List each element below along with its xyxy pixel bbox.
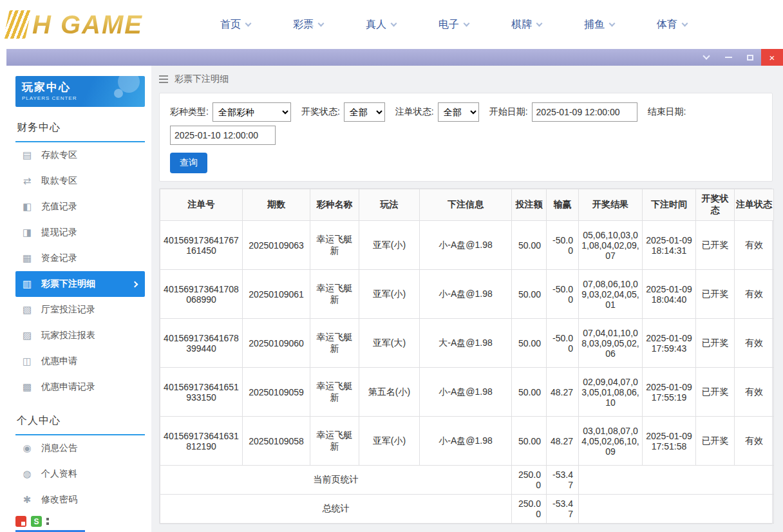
table-cell: 50.00	[512, 319, 547, 368]
lottery-type-select[interactable]: 全部彩种	[212, 102, 291, 122]
recharge-record-icon: ◧	[22, 201, 32, 213]
tray-more-dots-icon[interactable]	[46, 518, 49, 520]
top-nav-item-首页[interactable]: 首页	[220, 18, 250, 32]
main-content: 彩票下注明细 彩种类型: 全部彩种 开奖状态: 全部 注单状态: 全部 开始日期…	[151, 66, 783, 532]
table-summary-row: 当前页统计250.00-53.47	[160, 466, 774, 495]
table-header-cell: 输赢	[547, 189, 579, 221]
filter-panel: 彩种类型: 全部彩种 开奖状态: 全部 注单状态: 全部 开始日期: 结束日期:…	[159, 93, 773, 182]
top-nav-item-体育[interactable]: 体育	[657, 18, 687, 32]
table-cell: 2025-01-09 17:55:19	[643, 368, 696, 417]
sidebar-item-label: 厅室投注记录	[41, 304, 95, 316]
table-header-cell: 注单状态	[735, 189, 774, 221]
tray-app-icon-red[interactable]	[15, 516, 26, 527]
table-cell: 2025-01-09 17:59:43	[643, 319, 696, 368]
brand-logo[interactable]: H GAME	[6, 10, 200, 39]
table-cell: 有效	[735, 221, 774, 270]
window-maximize-button[interactable]	[739, 49, 761, 66]
system-tray: S	[15, 516, 49, 527]
table-cell: 亚军(大)	[359, 319, 420, 368]
table-cell: -50.00	[547, 270, 579, 319]
top-nav-item-彩票[interactable]: 彩票	[293, 18, 323, 32]
table-cell: 小-A盘@1.98	[420, 221, 512, 270]
table-cell: 亚军(小)	[359, 270, 420, 319]
sidebar-item-recharge-record[interactable]: ◧充值记录	[15, 194, 145, 220]
start-date-input[interactable]	[532, 102, 637, 122]
sidebar-item-label: 取款专区	[41, 175, 77, 187]
table-cell: 07,04,01,10,08,03,09,05,02,06	[579, 319, 643, 368]
sidebar-item-deposit[interactable]: ▤存款专区	[15, 142, 145, 168]
sidebar-item-cashout-record[interactable]: ◨提现记录	[15, 220, 145, 245]
table-row: 40156917364163181219020250109058幸运飞艇新亚军(…	[160, 417, 774, 466]
chevron-down-icon	[703, 52, 710, 59]
summary-winloss-total-cell: -53.47	[547, 466, 579, 495]
bet-detail-table-panel: 注单号期数彩种名称玩法下注信息投注额输赢开奖结果下注时间开奖状态注单状态 401…	[159, 188, 773, 524]
funds-record-icon: ▦	[22, 252, 32, 264]
chevron-down-icon	[609, 20, 616, 26]
table-row: 40156917364176716145020250109063幸运飞艇新亚军(…	[160, 221, 774, 270]
window-collapse-button[interactable]	[695, 49, 717, 66]
start-date-label: 开始日期:	[489, 106, 528, 118]
page-title: 彩票下注明细	[175, 73, 229, 85]
sidebar-item-change-password[interactable]: ✱修改密码	[15, 487, 145, 513]
search-button[interactable]: 查询	[170, 153, 207, 173]
sidebar-item-funds-record[interactable]: ▦资金记录	[15, 245, 145, 271]
sidebar-item-player-bet-report[interactable]: ▨玩家投注报表	[15, 323, 145, 348]
table-cell: 20250109063	[243, 221, 310, 270]
table-header-cell: 注单号	[160, 189, 243, 221]
sidebar-item-label: 充值记录	[41, 201, 77, 213]
lottery-bet-detail-icon: ▥	[22, 278, 32, 290]
end-date-input[interactable]	[170, 126, 276, 145]
window-close-button[interactable]: ×	[761, 49, 783, 66]
table-cell: 2025-01-09 17:51:58	[643, 417, 696, 466]
table-cell: 已开奖	[696, 270, 735, 319]
top-nav-item-棋牌[interactable]: 棋牌	[511, 18, 542, 32]
table-cell: 有效	[735, 319, 774, 368]
draw-status-select[interactable]: 全部	[344, 102, 385, 122]
table-cell: 02,09,04,07,03,05,01,08,06,10	[579, 368, 643, 417]
table-cell: 07,08,06,10,09,03,02,04,05,01	[579, 270, 643, 319]
table-header-cell: 开奖状态	[696, 189, 735, 221]
table-cell: 05,06,10,03,01,08,04,02,09,07	[579, 221, 643, 270]
summary-bet-total-cell: 250.00	[512, 466, 547, 495]
message-announcement-icon: ◉	[22, 442, 32, 454]
sidebar-item-label: 存款专区	[41, 149, 77, 161]
sidebar-item-withdraw[interactable]: ⇄取款专区	[15, 168, 145, 194]
top-nav-item-电子[interactable]: 电子	[439, 18, 469, 32]
top-nav: 首页彩票真人电子棋牌捕鱼体育	[220, 18, 687, 32]
chevron-right-icon	[132, 281, 138, 287]
table-cell: 20250109059	[243, 368, 310, 417]
table-cell: -50.00	[547, 221, 579, 270]
sidebar-item-label: 修改密码	[41, 494, 77, 506]
sidebar-item-personal-profile[interactable]: ◍个人资料	[15, 461, 145, 487]
deposit-icon: ▤	[22, 149, 32, 161]
table-header-cell: 下注信息	[420, 189, 512, 221]
table-cell: 小-A盘@1.98	[420, 270, 512, 319]
table-cell: 第五名(小)	[359, 368, 420, 417]
sidebar-sections: 财务中心▤存款专区⇄取款专区◧充值记录◨提现记录▦资金记录▥彩票下注明细▧厅室投…	[15, 117, 151, 513]
bet-status-select[interactable]: 全部	[438, 102, 479, 122]
top-nav-item-真人[interactable]: 真人	[366, 18, 396, 32]
table-cell: 已开奖	[696, 417, 735, 466]
top-nav-item-捕鱼[interactable]: 捕鱼	[584, 18, 614, 32]
sidebar-item-hall-bet-record[interactable]: ▧厅室投注记录	[15, 297, 145, 323]
sidebar-item-promo-apply-record[interactable]: ▩优惠申请记录	[15, 374, 145, 400]
close-icon: ×	[769, 52, 775, 63]
site-header: H GAME 首页彩票真人电子棋牌捕鱼体育	[0, 0, 783, 49]
table-cell: 2025-01-09 18:04:40	[643, 270, 696, 319]
summary-bet-total-cell: 250.00	[512, 495, 547, 524]
withdraw-icon: ⇄	[22, 175, 32, 187]
table-header-cell: 下注时间	[643, 189, 696, 221]
sidebar-item-lottery-bet-detail[interactable]: ▥彩票下注明细	[15, 271, 145, 297]
sidebar-item-promo-apply[interactable]: ◫优惠申请	[15, 348, 145, 374]
sidebar-item-message-announcement[interactable]: ◉消息公告	[15, 435, 145, 461]
hamburger-menu-icon[interactable]	[159, 79, 168, 80]
decorative-circle	[114, 89, 123, 98]
table-header-cell: 期数	[243, 189, 310, 221]
sidebar-item-label: 提现记录	[41, 227, 77, 238]
sogou-input-icon[interactable]: S	[31, 516, 42, 527]
window-minimize-button[interactable]	[717, 49, 739, 66]
table-cell: -50.00	[547, 319, 579, 368]
table-cell: 幸运飞艇新	[310, 270, 359, 319]
table-cell: 幸运飞艇新	[310, 417, 359, 466]
top-nav-label: 彩票	[293, 18, 314, 32]
